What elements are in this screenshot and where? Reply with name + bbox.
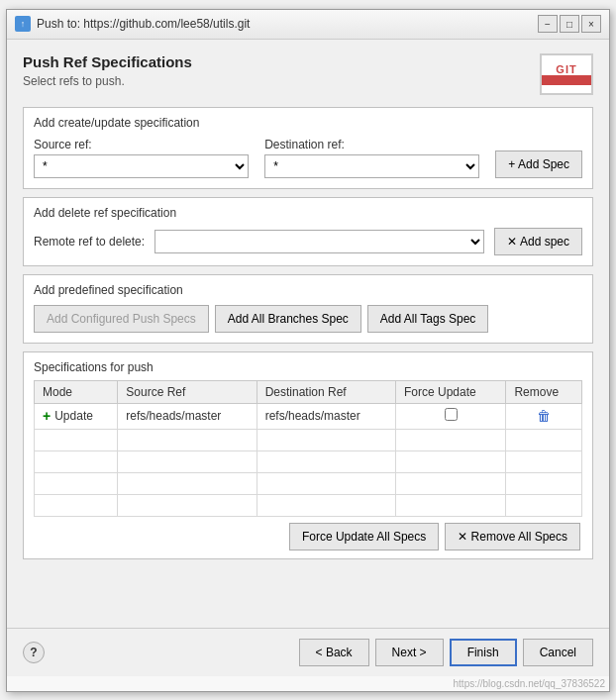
source-dest-row: Source ref: * Destination ref: * + Add S… bbox=[34, 138, 582, 178]
remote-ref-row: Remote ref to delete: ✕ Add spec bbox=[34, 228, 582, 255]
predefined-buttons-row: Add Configured Push Specs Add All Branch… bbox=[34, 305, 582, 333]
page-title: Push Ref Specifications bbox=[23, 53, 192, 70]
title-bar-controls: − □ × bbox=[538, 15, 601, 33]
mode-cell: + Update bbox=[35, 403, 118, 429]
content-area: Push Ref Specifications Select refs to p… bbox=[7, 40, 609, 628]
cancel-button[interactable]: Cancel bbox=[523, 639, 593, 666]
specs-section-label: Specifications for push bbox=[34, 360, 582, 374]
dest-ref-field: Destination ref: * bbox=[264, 138, 479, 178]
header-left: Push Ref Specifications Select refs to p… bbox=[23, 53, 192, 88]
window-title: Push to: https://github.com/lee58/utils.… bbox=[37, 17, 250, 31]
maximize-button[interactable]: □ bbox=[560, 15, 579, 33]
next-button[interactable]: Next > bbox=[375, 639, 444, 666]
delete-ref-section: Add delete ref specification Remote ref … bbox=[23, 197, 593, 266]
header-row: Mode Source Ref Destination Ref Force Up… bbox=[35, 380, 582, 403]
remote-ref-select[interactable] bbox=[154, 230, 484, 253]
minimize-button[interactable]: − bbox=[538, 15, 558, 33]
bottom-left: ? bbox=[23, 642, 45, 663]
empty-row-4 bbox=[35, 494, 582, 516]
col-force-update: Force Update bbox=[396, 380, 506, 403]
bottom-bar: ? < Back Next > Finish Cancel bbox=[7, 628, 609, 676]
watermark: https://blog.csdn.net/qq_37836522 bbox=[7, 676, 609, 691]
dest-ref-select[interactable]: * bbox=[264, 154, 479, 178]
col-source-ref: Source Ref bbox=[118, 380, 257, 403]
header-section: Push Ref Specifications Select refs to p… bbox=[23, 53, 593, 95]
dest-ref-cell: refs/heads/master bbox=[257, 403, 395, 429]
add-spec-button[interactable]: + Add Spec bbox=[495, 150, 582, 178]
table-row: + Update refs/heads/master refs/heads/ma… bbox=[35, 403, 582, 429]
source-ref-select[interactable]: * bbox=[34, 154, 249, 178]
mode-cell-content: + Update bbox=[43, 408, 109, 424]
add-configured-push-specs-button[interactable]: Add Configured Push Specs bbox=[34, 305, 209, 333]
remote-ref-label: Remote ref to delete: bbox=[34, 235, 145, 249]
specs-table-body: + Update refs/heads/master refs/heads/ma… bbox=[35, 403, 582, 516]
predefined-section: Add predefined specification Add Configu… bbox=[23, 274, 593, 344]
empty-row-1 bbox=[35, 429, 582, 450]
finish-button[interactable]: Finish bbox=[450, 639, 517, 666]
col-remove: Remove bbox=[506, 380, 582, 403]
bottom-right: < Back Next > Finish Cancel bbox=[299, 639, 593, 666]
add-all-branches-spec-button[interactable]: Add All Branches Spec bbox=[215, 305, 361, 333]
page-subtitle: Select refs to push. bbox=[23, 74, 192, 88]
back-button[interactable]: < Back bbox=[299, 639, 369, 666]
source-ref-field: Source ref: * bbox=[34, 138, 249, 178]
dest-ref-label: Destination ref: bbox=[264, 138, 479, 151]
source-ref-cell: refs/heads/master bbox=[118, 403, 257, 429]
empty-row-3 bbox=[35, 472, 582, 494]
mode-value: Update bbox=[54, 409, 93, 423]
window-icon: ↑ bbox=[15, 16, 31, 32]
title-bar-left: ↑ Push to: https://github.com/lee58/util… bbox=[15, 16, 250, 32]
col-dest-ref: Destination Ref bbox=[257, 380, 395, 403]
force-update-checkbox[interactable] bbox=[445, 408, 458, 421]
predefined-label: Add predefined specification bbox=[34, 283, 582, 297]
remove-all-specs-button[interactable]: ✕ Remove All Specs bbox=[445, 523, 580, 550]
add-spec-delete-button[interactable]: ✕ Add spec bbox=[494, 228, 582, 255]
delete-ref-label: Add delete ref specification bbox=[34, 206, 582, 220]
create-update-section: Add create/update specification Source r… bbox=[23, 107, 593, 189]
help-button[interactable]: ? bbox=[23, 642, 45, 663]
col-mode: Mode bbox=[35, 380, 118, 403]
git-logo-bottom bbox=[542, 75, 591, 85]
specs-table: Mode Source Ref Destination Ref Force Up… bbox=[34, 380, 582, 517]
remove-cell: 🗑 bbox=[506, 403, 582, 429]
empty-row-2 bbox=[35, 450, 582, 472]
plus-icon: + bbox=[43, 408, 51, 424]
force-update-all-specs-button[interactable]: Force Update All Specs bbox=[289, 523, 439, 550]
specs-actions: Force Update All Specs ✕ Remove All Spec… bbox=[34, 523, 582, 552]
main-window: ↑ Push to: https://github.com/lee58/util… bbox=[6, 9, 610, 692]
delete-row-button[interactable]: 🗑 bbox=[537, 408, 551, 424]
close-button[interactable]: × bbox=[581, 15, 601, 33]
create-update-label: Add create/update specification bbox=[34, 116, 582, 130]
source-ref-label: Source ref: bbox=[34, 138, 249, 151]
specs-section: Specifications for push Mode Source Ref … bbox=[23, 351, 593, 559]
add-all-tags-spec-button[interactable]: Add All Tags Spec bbox=[367, 305, 489, 333]
git-logo: GIT bbox=[540, 53, 593, 95]
specs-table-header: Mode Source Ref Destination Ref Force Up… bbox=[35, 380, 582, 403]
title-bar: ↑ Push to: https://github.com/lee58/util… bbox=[7, 10, 609, 40]
force-update-cell bbox=[396, 403, 506, 429]
